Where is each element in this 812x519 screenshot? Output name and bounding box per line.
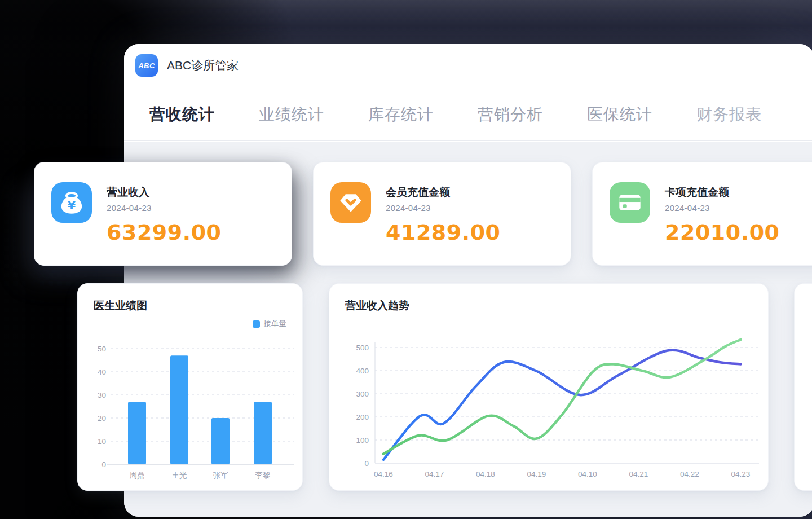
svg-text:04.21: 04.21 — [629, 470, 648, 478]
legend-swatch-icon — [253, 320, 260, 328]
stat-value: 22010.00 — [665, 220, 780, 245]
member-gem-icon — [330, 182, 371, 223]
svg-text:20: 20 — [98, 414, 106, 423]
svg-text:04.17: 04.17 — [425, 470, 444, 478]
stat-title: 营业收入 — [107, 185, 149, 200]
doctor-performance-bar-chart: 01020304050周鼎王光张军李黎 — [78, 284, 303, 491]
app-header: ABC ABC诊所管家 — [124, 44, 812, 87]
stat-title: 会员充值金额 — [386, 185, 450, 200]
svg-text:50: 50 — [98, 345, 106, 353]
bar-chart-legend: 接单量 — [253, 319, 287, 329]
stat-date: 2024-04-23 — [107, 203, 152, 213]
tab-inventory-stats[interactable]: 库存统计 — [368, 104, 434, 125]
stat-date: 2024-04-23 — [665, 203, 710, 213]
credit-card-icon — [610, 182, 650, 223]
svg-text:0: 0 — [364, 459, 369, 468]
svg-text:04.16: 04.16 — [374, 470, 393, 478]
stat-card-revenue: ¥ 营业收入 2024-04-23 63299.00 — [34, 162, 292, 266]
svg-text:30: 30 — [98, 391, 106, 399]
svg-text:04.23: 04.23 — [731, 470, 751, 478]
stat-value: 41289.00 — [386, 220, 501, 245]
stat-date: 2024-04-23 — [386, 203, 431, 213]
clipped-right-card — [794, 283, 812, 491]
svg-text:04.22: 04.22 — [680, 470, 699, 478]
doctor-performance-chart-card: 医生业绩图 接单量 01020304050周鼎王光张军李黎 — [77, 283, 303, 491]
tab-performance-stats[interactable]: 业绩统计 — [259, 104, 324, 125]
svg-text:王光: 王光 — [172, 471, 187, 480]
svg-text:400: 400 — [356, 367, 369, 375]
svg-text:李黎: 李黎 — [255, 471, 271, 480]
legend-label: 接单量 — [264, 319, 287, 329]
svg-text:¥: ¥ — [68, 199, 76, 212]
svg-text:0: 0 — [102, 460, 106, 469]
app-title: ABC诊所管家 — [167, 58, 239, 73]
svg-text:04.19: 04.19 — [527, 470, 546, 478]
dashboard-screen: ABC ABC诊所管家 营收统计 业绩统计 库存统计 营销分析 医保统计 财务报… — [0, 0, 812, 519]
revenue-trend-line-chart: 010020030040050004.1604.1704.1804.1904.1… — [329, 284, 769, 491]
money-bag-icon: ¥ — [51, 182, 92, 223]
tab-marketing-analysis[interactable]: 营销分析 — [478, 104, 543, 125]
stat-card-member-recharge: 会员充值金额 2024-04-23 41289.00 — [313, 162, 571, 266]
tab-bar: 营收统计 业绩统计 库存统计 营销分析 医保统计 财务报表 — [124, 88, 812, 141]
tab-financial-report[interactable]: 财务报表 — [696, 104, 762, 125]
svg-text:100: 100 — [356, 436, 369, 445]
svg-text:张军: 张军 — [213, 471, 229, 480]
svg-text:300: 300 — [356, 390, 369, 398]
chart-title: 医生业绩图 — [94, 298, 147, 313]
stat-card-card-recharge: 卡项充值金额 2024-04-23 22010.00 — [592, 162, 812, 266]
svg-text:周鼎: 周鼎 — [130, 471, 145, 480]
tab-insurance-stats[interactable]: 医保统计 — [587, 104, 652, 125]
revenue-trend-chart-card: 营业收入趋势 010020030040050004.1604.1704.1804… — [329, 283, 769, 491]
stat-value: 63299.00 — [107, 220, 222, 245]
app-logo-icon: ABC — [135, 54, 158, 77]
svg-text:04.10: 04.10 — [578, 470, 597, 478]
svg-text:200: 200 — [356, 413, 369, 421]
svg-text:04.18: 04.18 — [476, 470, 495, 478]
stat-title: 卡项充值金额 — [665, 185, 729, 200]
tab-revenue-stats[interactable]: 营收统计 — [149, 104, 215, 125]
svg-text:500: 500 — [356, 344, 369, 352]
chart-title: 营业收入趋势 — [345, 298, 409, 313]
svg-text:40: 40 — [98, 368, 106, 376]
svg-text:10: 10 — [98, 437, 106, 446]
